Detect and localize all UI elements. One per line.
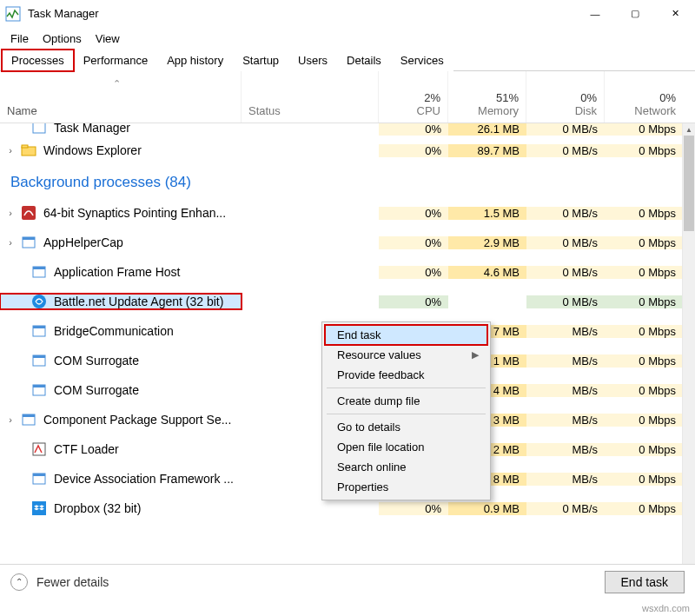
tab-app-history[interactable]: App history <box>157 50 233 71</box>
scrollbar-thumb[interactable] <box>684 136 694 231</box>
watermark: wsxdn.com <box>642 603 690 613</box>
table-row[interactable]: ›Windows Explorer 0% 89.7 MB 0 MB/s 0 Mb… <box>0 136 682 165</box>
svg-point-9 <box>32 295 46 308</box>
tab-bar: Processes Performance App history Startu… <box>0 49 695 71</box>
process-name: Application Frame Host <box>54 265 181 279</box>
expand-icon[interactable]: › <box>3 145 17 156</box>
menu-view[interactable]: View <box>89 30 127 48</box>
column-memory[interactable]: 51%Memory <box>448 71 526 123</box>
task-manager-icon <box>5 6 21 22</box>
process-name: BridgeCommunication <box>54 324 174 338</box>
battlenet-icon <box>31 294 47 309</box>
process-name: 64-bit Synaptics Pointing Enhan... <box>43 206 226 220</box>
menu-file[interactable]: File <box>3 30 36 48</box>
context-menu: End task Resource values▶ Provide feedba… <box>321 321 491 500</box>
chevron-up-circle-icon: ⌃ <box>10 573 28 591</box>
svg-rect-15 <box>33 385 45 387</box>
footer: ⌃ Fewer details End task <box>0 564 695 599</box>
process-name: CTF Loader <box>54 442 119 456</box>
tab-processes[interactable]: Processes <box>2 50 74 71</box>
menu-bar: File Options View <box>0 28 695 49</box>
scroll-up-icon[interactable]: ▲ <box>683 123 695 136</box>
minimize-button[interactable]: — <box>575 0 615 27</box>
menu-options[interactable]: Options <box>36 30 89 48</box>
column-cpu[interactable]: 2%CPU <box>379 71 448 123</box>
table-row[interactable]: ›AppHelperCap 0% 2.9 MB 0 MB/s 0 Mbps <box>0 228 682 257</box>
ctf-loader-icon <box>31 441 47 457</box>
svg-rect-6 <box>23 237 35 240</box>
selected-process-cell: Battle.net Update Agent (32 bit) <box>0 294 242 309</box>
svg-rect-18 <box>33 443 45 455</box>
column-status[interactable]: Status <box>242 71 379 123</box>
menu-separator <box>327 414 486 414</box>
end-task-button[interactable]: End task <box>605 571 685 593</box>
column-name[interactable]: Name <box>0 71 242 123</box>
process-name: Windows Explorer <box>43 143 142 157</box>
process-name: Battle.net Update Agent (32 bit) <box>54 295 223 308</box>
section-background-processes: Background processes (84) <box>0 165 682 198</box>
process-name: COM Surrogate <box>54 383 139 397</box>
menu-end-task[interactable]: End task <box>325 325 487 345</box>
menu-search-online[interactable]: Search online <box>325 457 487 477</box>
table-row[interactable]: Task Manager 0% 26.1 MB 0 MB/s 0 Mbps <box>0 123 682 136</box>
window-controls: — ▢ ✕ <box>575 0 695 27</box>
svg-rect-8 <box>33 267 45 269</box>
generic-app-icon <box>21 412 36 427</box>
table-row-selected[interactable]: Battle.net Update Agent (32 bit) 0% 0 MB… <box>0 287 682 316</box>
fewer-details-label: Fewer details <box>36 575 109 589</box>
generic-app-icon <box>31 471 47 487</box>
menu-provide-feedback[interactable]: Provide feedback <box>325 365 487 385</box>
generic-app-icon <box>31 323 47 339</box>
maximize-button[interactable]: ▢ <box>615 0 655 27</box>
table-row[interactable]: Application Frame Host 0% 4.6 MB 0 MB/s … <box>0 257 682 287</box>
sort-caret-up-icon: ⌃ <box>113 78 121 89</box>
svg-rect-1 <box>33 123 45 133</box>
vertical-scrollbar[interactable]: ▲ ▼ <box>682 123 695 582</box>
menu-go-to-details[interactable]: Go to details <box>325 417 487 437</box>
process-name: AppHelperCap <box>43 235 123 249</box>
menu-open-file-location[interactable]: Open file location <box>325 437 487 457</box>
folder-icon <box>21 142 36 158</box>
expand-icon[interactable]: › <box>3 237 17 248</box>
process-name: Device Association Framework ... <box>54 472 234 486</box>
fewer-details-toggle[interactable]: ⌃ Fewer details <box>10 573 109 591</box>
process-name: Component Package Support Se... <box>43 413 231 427</box>
menu-create-dump-file[interactable]: Create dump file <box>325 391 487 411</box>
tab-performance[interactable]: Performance <box>74 50 157 71</box>
table-row[interactable]: ›64-bit Synaptics Pointing Enhan... 0% 1… <box>0 198 682 228</box>
svg-rect-21 <box>32 501 46 515</box>
process-name: COM Surrogate <box>54 354 139 368</box>
expand-icon[interactable]: › <box>3 208 17 218</box>
svg-rect-3 <box>22 145 28 148</box>
process-name: Dropbox (32 bit) <box>54 501 141 515</box>
menu-separator <box>327 387 486 388</box>
column-network[interactable]: 0%Network <box>605 71 683 123</box>
generic-app-icon <box>31 353 47 368</box>
title-bar: Task Manager — ▢ ✕ <box>0 0 695 28</box>
svg-rect-17 <box>23 414 35 417</box>
process-name: Task Manager <box>54 123 130 135</box>
window-title: Task Manager <box>28 7 575 20</box>
expand-icon[interactable]: › <box>3 414 17 425</box>
svg-rect-11 <box>33 326 45 328</box>
generic-app-icon <box>21 235 36 250</box>
generic-app-icon <box>31 382 47 398</box>
menu-properties[interactable]: Properties <box>325 477 487 497</box>
tab-services[interactable]: Services <box>391 50 453 71</box>
tab-details[interactable]: Details <box>337 50 391 71</box>
svg-rect-20 <box>33 474 45 476</box>
menu-resource-values[interactable]: Resource values▶ <box>325 345 487 365</box>
submenu-arrow-icon: ▶ <box>472 349 479 361</box>
tab-users[interactable]: Users <box>288 50 337 71</box>
column-headers: ⌃ Name Status 2%CPU 51%Memory 0%Disk 0%N… <box>0 71 695 123</box>
dropbox-icon <box>31 500 47 516</box>
generic-app-icon <box>31 264 47 280</box>
svg-rect-4 <box>22 206 36 220</box>
column-disk[interactable]: 0%Disk <box>526 71 605 123</box>
tab-startup[interactable]: Startup <box>233 50 288 71</box>
synaptics-icon <box>21 205 36 221</box>
svg-rect-13 <box>33 355 45 358</box>
close-button[interactable]: ✕ <box>655 0 695 27</box>
